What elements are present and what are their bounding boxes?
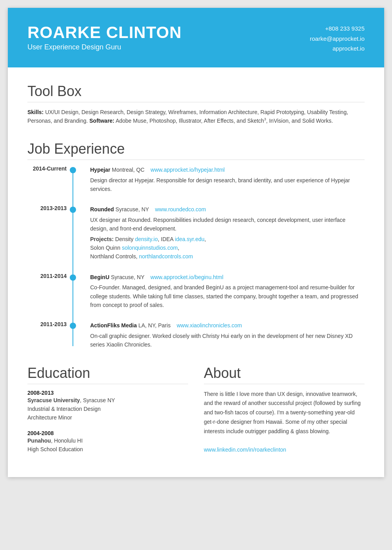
- job-location-4: LA, NY, Paris: [138, 322, 175, 329]
- job-content-2: Rounded Syracuse, NY www.roundedco.com U…: [78, 205, 365, 261]
- about-section: About There is little I love more than U…: [204, 365, 365, 462]
- about-text: There is little I love more than UX desi…: [204, 390, 365, 455]
- company-name-3: BeginU: [90, 274, 109, 280]
- skills-label: Skills:: [27, 109, 44, 115]
- edu-year-2: 2004-2008: [27, 430, 188, 436]
- edu-degree-2a: High School Education: [27, 445, 188, 454]
- edu-degree-1b: Architecture Minor: [27, 413, 188, 422]
- about-content: There is little I love more than UX desi…: [204, 391, 361, 434]
- company-name-2: Rounded: [90, 206, 114, 212]
- projects-density: Density: [115, 236, 135, 242]
- education-title: Education: [27, 365, 188, 384]
- projects-solon: Solon Quinn: [90, 245, 122, 251]
- about-title: About: [204, 365, 365, 384]
- edu-item-2: 2004-2008 Punahou, Honolulu HI High Scho…: [27, 430, 188, 454]
- job-item-3: 2011-2014 BeginU Syracuse, NY www.approc…: [27, 273, 365, 310]
- solon-link[interactable]: solonquinnstudios.com: [122, 245, 178, 251]
- toolbox-text: Skills: UX/UI Design, Design Research, D…: [27, 108, 365, 125]
- job-desc-2: UX designer at Rounded. Responsibilities…: [90, 216, 365, 233]
- projects-northland: Northland Controls,: [90, 253, 139, 260]
- job-location-1: Montreal, QC: [112, 167, 149, 173]
- company-link-3[interactable]: www.approcket.io/beginu.html: [151, 274, 223, 280]
- job-projects-2: Projects: Density density.io, IDEA idea.…: [90, 235, 365, 261]
- edu-item-1: 2008-2013 Syracuse University, Syracuse …: [27, 390, 188, 422]
- job-item-4: 2011-2013 ActionFliks Media LA, NY, Pari…: [27, 321, 365, 349]
- job-desc-1: Design director at Hypejar. Responsible …: [90, 176, 365, 194]
- toolbox-title: Tool Box: [27, 83, 365, 102]
- job-desc-3: Co-Founder. Managed, designed, and brand…: [90, 283, 365, 309]
- job-location-2: Syracuse, NY: [116, 206, 154, 212]
- bottom-section: Education 2008-2013 Syracuse University,…: [27, 365, 365, 462]
- edu-school-name-1: Syracuse University: [27, 397, 80, 403]
- timeline-dot-3: [70, 274, 76, 281]
- experience-title: Job Experience: [27, 141, 365, 160]
- contact-website: approcket.io: [310, 44, 365, 54]
- header-section: ROARKE CLINTON User Experience Design Gu…: [8, 8, 384, 67]
- contact-email: roarke@approcket.io: [310, 34, 365, 44]
- density-link[interactable]: density.io: [135, 236, 158, 242]
- company-link-1[interactable]: www.approcket.io/hypejar.html: [151, 167, 225, 173]
- contact-phone: +808 233 9325: [310, 24, 365, 34]
- about-linkedin-link[interactable]: www.linkedin.com/in/roarkeclinton: [204, 447, 286, 453]
- company-link-2[interactable]: www.roundedco.com: [155, 206, 206, 212]
- idea-link[interactable]: idea.syr.edu: [175, 236, 205, 242]
- toolbox-section: Tool Box Skills: UX/UI Design, Design Re…: [27, 83, 365, 125]
- company-name-4: ActionFliks Media: [90, 322, 137, 329]
- header-contact: +808 233 9325 roarke@approcket.io approc…: [310, 24, 365, 54]
- edu-school-name-2: Punahou: [27, 437, 51, 444]
- candidate-title: User Experience Design Guru: [27, 43, 182, 51]
- resume-container: ROARKE CLINTON User Experience Design Gu…: [8, 8, 384, 477]
- projects-idea-label: , IDEA: [158, 236, 175, 242]
- timeline: 2014-Current Hypejar Montreal, QC www.ap…: [27, 165, 365, 349]
- job-content-1: Hypejar Montreal, QC www.approcket.io/hy…: [78, 165, 365, 193]
- job-item-2: 2013-2013 Rounded Syracuse, NY www.round…: [27, 205, 365, 261]
- job-content-3: BeginU Syracuse, NY www.approcket.io/beg…: [78, 273, 365, 310]
- header-left: ROARKE CLINTON User Experience Design Gu…: [27, 24, 182, 51]
- projects-comma2: ,: [178, 245, 179, 251]
- projects-label: Projects:: [90, 236, 114, 242]
- edu-year-1: 2008-2013: [27, 390, 188, 396]
- projects-comma1: ,: [205, 236, 206, 242]
- edu-degree-1a: Industrial & Interaction Design: [27, 405, 188, 413]
- job-date-2: 2013-2013: [27, 205, 78, 261]
- edu-school-1: Syracuse University, Syracuse NY: [27, 396, 188, 405]
- job-content-4: ActionFliks Media LA, NY, Paris www.xiao…: [78, 321, 365, 349]
- job-location-3: Syracuse, NY: [111, 274, 149, 280]
- job-item-1: 2014-Current Hypejar Montreal, QC www.ap…: [27, 165, 365, 193]
- company-name-1: Hypejar: [90, 167, 110, 173]
- job-desc-4: On-call graphic designer. Worked closely…: [90, 332, 365, 349]
- experience-section: Job Experience 2014-Current Hypejar Mont…: [27, 141, 365, 349]
- body-content: Tool Box Skills: UX/UI Design, Design Re…: [8, 67, 384, 477]
- company-link-4[interactable]: www.xiaolinchronicles.com: [177, 322, 242, 329]
- software-content: Adobe Muse, Photoshop, Illustrator, Afte…: [116, 118, 333, 124]
- northland-link[interactable]: northlandcontrols.com: [139, 253, 193, 260]
- education-section: Education 2008-2013 Syracuse University,…: [27, 365, 188, 462]
- candidate-name: ROARKE CLINTON: [27, 24, 182, 42]
- edu-school-2: Punahou, Honolulu HI: [27, 436, 188, 445]
- software-label: Software:: [89, 118, 114, 124]
